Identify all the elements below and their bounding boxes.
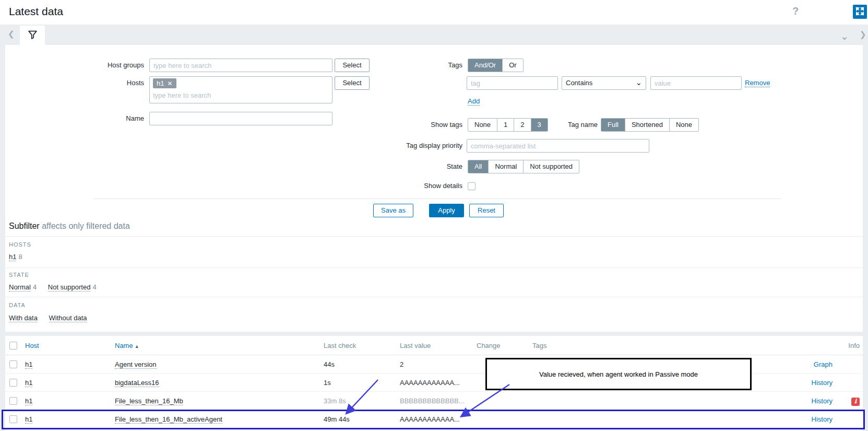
last-check-value: 1s	[324, 374, 331, 392]
show-tags-3[interactable]: 3	[531, 119, 548, 131]
filter-tab[interactable]	[20, 26, 45, 45]
item-name-link[interactable]: File_less_then_16_Mb	[115, 397, 183, 405]
tag-name-toggle: Full Shortened None	[601, 118, 699, 132]
name-label: Name	[45, 112, 144, 125]
error-info-icon[interactable]: i	[851, 398, 860, 406]
sort-asc-icon: ▲	[135, 344, 139, 349]
chip-remove-icon[interactable]: ✕	[167, 80, 172, 87]
hosts-placeholder: type here to search	[153, 91, 329, 99]
host-link[interactable]: h1	[25, 360, 32, 369]
tag-operator-select[interactable]: Contains ⌄	[562, 76, 646, 90]
table-row: h1 File_less_then_16_Mb 33m 8s BBBBBBBBB…	[5, 392, 863, 410]
filter-divider	[94, 199, 781, 199]
tag-value-input[interactable]	[650, 76, 742, 90]
last-value: 2	[400, 355, 403, 374]
host-groups-label: Host groups	[45, 59, 144, 72]
subfilter-hosts-heading: HOSTS	[9, 241, 31, 248]
item-name-link[interactable]: Agent version	[115, 360, 157, 369]
column-header-tags: Tags	[532, 336, 546, 355]
name-input[interactable]	[149, 112, 332, 125]
item-name-link[interactable]: File_less_then_16_Mb_activeAgent	[115, 415, 222, 424]
row-checkbox[interactable]	[9, 379, 17, 387]
show-tags-2[interactable]: 2	[514, 119, 530, 131]
last-check-value: 44s	[324, 355, 335, 374]
tag-name-mode-label: Tag name	[561, 118, 598, 132]
select-all-checkbox[interactable]	[9, 342, 17, 350]
subfilter-data-items: With data Without data	[9, 314, 97, 322]
subfilter-state-normal-link[interactable]: Normal	[9, 283, 31, 292]
subfilter-title-text: Subfilter	[9, 222, 40, 230]
save-as-button[interactable]: Save as	[373, 204, 413, 217]
apply-button[interactable]: Apply	[429, 204, 464, 217]
tag-operator-selected: Contains	[566, 79, 592, 87]
subfilter-state-normal-count: 4	[33, 283, 37, 291]
show-tags-toggle: None 1 2 3	[468, 118, 548, 132]
subfilter-state-notsupported-count: 4	[92, 283, 96, 291]
filter-tab-strip	[0, 25, 868, 45]
row-checkbox[interactable]	[9, 397, 17, 405]
hosts-select-button[interactable]: Select	[335, 76, 370, 90]
subfilter-rule	[5, 236, 863, 237]
subfilter-with-data-link[interactable]: With data	[9, 314, 38, 322]
subfilter-rule	[5, 297, 863, 297]
last-value: AAAAAAAAAAAA...	[400, 410, 460, 428]
host-link[interactable]: h1	[25, 397, 32, 405]
row-checkbox[interactable]	[9, 360, 17, 368]
show-details-checkbox[interactable]	[468, 182, 475, 190]
subfilter-state-heading: STATE	[9, 272, 29, 278]
history-link[interactable]: History	[812, 379, 833, 387]
annotation-callout: Value recieved, when agent worked in Pas…	[485, 358, 752, 390]
subfilter-hosts-items: h18	[9, 253, 32, 261]
graph-link[interactable]: Graph	[814, 360, 833, 368]
subfilter-title: Subfilter affects only filtered data	[9, 222, 130, 231]
history-link[interactable]: History	[812, 397, 833, 405]
history-link[interactable]: History	[812, 415, 833, 423]
page-title: Latest data	[9, 5, 63, 18]
subfilter-subtitle: affects only filtered data	[42, 222, 130, 230]
next-chevron-icon[interactable]: ❯	[860, 30, 866, 38]
last-check-value: 49m 44s	[324, 410, 350, 428]
subfilter-host-h1-link[interactable]: h1	[9, 253, 16, 261]
reset-button[interactable]: Reset	[469, 204, 504, 217]
tag-add-link[interactable]: Add	[468, 97, 480, 106]
tags-operator-andor[interactable]: And/Or	[468, 59, 502, 72]
subfilter-host-h1-count: 8	[18, 253, 22, 261]
tags-operator-or[interactable]: Or	[502, 59, 522, 72]
tag-name-full[interactable]: Full	[601, 119, 625, 131]
subfilter-rule	[5, 267, 863, 268]
row-checkbox[interactable]	[9, 415, 17, 423]
state-not-supported[interactable]: Not supported	[523, 160, 579, 173]
host-link[interactable]: h1	[25, 379, 32, 387]
tag-name-input[interactable]	[467, 76, 558, 90]
hosts-label: Hosts	[45, 76, 144, 90]
tag-display-priority-input[interactable]	[467, 139, 649, 153]
kiosk-mode-button[interactable]	[853, 5, 867, 19]
show-tags-label: Show tags	[318, 118, 462, 132]
item-name-link[interactable]: bigdataLess16	[115, 379, 159, 387]
last-value: BBBBBBBBBBBBB...	[400, 392, 465, 410]
column-header-name[interactable]: Name	[115, 342, 133, 350]
state-normal[interactable]: Normal	[488, 160, 523, 173]
collapse-filter-chevron-icon[interactable]: ⌄	[840, 31, 849, 41]
subfilter-state-notsupported-link[interactable]: Not supported	[48, 283, 91, 292]
hosts-multiselect[interactable]: h1 ✕ type here to search	[149, 76, 332, 103]
tag-name-none[interactable]: None	[669, 119, 698, 131]
tag-remove-link[interactable]: Remove	[745, 79, 770, 87]
show-tags-none[interactable]: None	[468, 119, 497, 131]
expand-arrows-icon	[855, 7, 864, 17]
state-all[interactable]: All	[468, 160, 488, 173]
annotation-text: Value recieved, when agent worked in Pas…	[539, 370, 698, 378]
tag-name-shortened[interactable]: Shortened	[625, 119, 669, 131]
table-row-highlighted: h1 File_less_then_16_Mb_activeAgent 49m …	[5, 410, 863, 428]
host-groups-input[interactable]	[149, 59, 332, 72]
help-icon[interactable]: ?	[792, 5, 799, 17]
host-chip: h1 ✕	[153, 78, 176, 88]
column-header-host[interactable]: Host	[25, 342, 39, 350]
host-link[interactable]: h1	[25, 415, 32, 424]
state-toggle: All Normal Not supported	[468, 160, 579, 173]
previous-chevron-icon[interactable]: ❮	[8, 30, 15, 38]
show-tags-1[interactable]: 1	[497, 119, 514, 131]
subfilter-without-data-link[interactable]: Without data	[49, 314, 87, 322]
last-value: AAAAAAAAAAAA...	[400, 374, 460, 392]
table-header-row: Host Name▲ Last check Last value Change …	[5, 336, 863, 355]
